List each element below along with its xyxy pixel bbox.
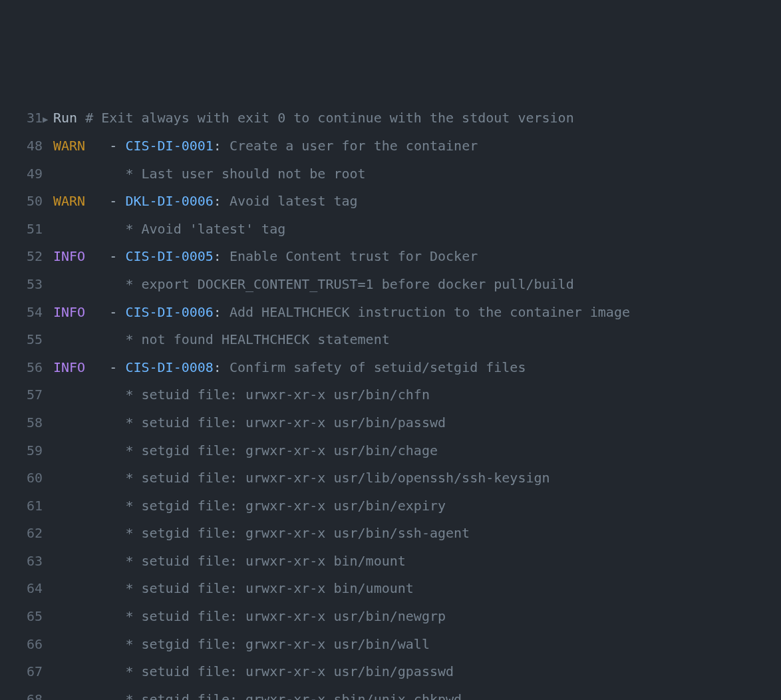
log-content: * setgid file: grwxr-xr-x usr/bin/wall	[53, 631, 781, 658]
line-number: 66	[0, 631, 43, 658]
colon: :	[214, 248, 230, 264]
gutter-spacer	[43, 633, 53, 659]
log-content: * not found HEALTHCHECK statement	[53, 327, 781, 353]
line-number: 57	[0, 382, 43, 409]
finding-message: Avoid latest tag	[230, 193, 358, 209]
severity-warn: WARN	[53, 138, 85, 154]
spacer	[53, 636, 125, 652]
log-line: 62 * setgid file: grwxr-xr-x usr/bin/ssh…	[0, 520, 781, 548]
detail-text: setgid file: grwxr-xr-x usr/bin/chage	[141, 442, 438, 458]
spacer	[85, 138, 109, 154]
line-number: 62	[0, 520, 43, 547]
log-content: * setgid file: grwxr-xr-x usr/bin/expiry	[53, 493, 781, 520]
log-output: 31▶Run # Exit always with exit 0 to cont…	[0, 105, 781, 700]
log-content: * export DOCKER_CONTENT_TRUST=1 before d…	[53, 271, 781, 298]
gutter-spacer	[43, 411, 53, 438]
detail-text: setuid file: urwxr-xr-x bin/umount	[141, 580, 413, 596]
log-content: INFO - CIS-DI-0005: Enable Content trust…	[53, 244, 781, 270]
log-line: 53 * export DOCKER_CONTENT_TRUST=1 befor…	[0, 271, 781, 299]
log-content: * setgid file: grwxr-xr-x usr/bin/chage	[53, 438, 781, 464]
detail-text: setuid file: urwxr-xr-x usr/bin/chfn	[141, 387, 429, 403]
fold-arrow-icon[interactable]: ▶	[43, 106, 53, 133]
detail-text: setuid file: urwxr-xr-x usr/bin/gpasswd	[141, 663, 454, 679]
log-line: 56 INFO - CIS-DI-0008: Confirm safety of…	[0, 355, 781, 383]
gutter-spacer	[43, 439, 53, 466]
line-number: 63	[0, 548, 43, 575]
log-content: * setuid file: urwxr-xr-x usr/bin/gpassw…	[53, 659, 781, 685]
run-comment: # Exit always with exit 0 to continue wi…	[85, 110, 574, 126]
line-number: 61	[0, 493, 43, 520]
finding-message: Enable Content trust for Docker	[230, 248, 478, 264]
log-line: 63 * setuid file: urwxr-xr-x bin/mount	[0, 548, 781, 576]
gutter-spacer	[43, 466, 53, 493]
log-line: 59 * setgid file: grwxr-xr-x usr/bin/cha…	[0, 438, 781, 466]
bullet-icon: *	[125, 663, 141, 679]
gutter-spacer	[43, 494, 53, 521]
rule-id: CIS-DI-0006	[125, 304, 213, 320]
spacer	[53, 166, 125, 182]
gutter-spacer	[43, 134, 53, 161]
log-line: 57 * setuid file: urwxr-xr-x usr/bin/chf…	[0, 382, 781, 410]
bullet-icon: *	[125, 580, 141, 596]
log-content: Run # Exit always with exit 0 to continu…	[53, 105, 781, 132]
dash-icon: -	[109, 193, 125, 209]
colon: :	[214, 138, 230, 154]
log-content: * setuid file: urwxr-xr-x usr/bin/newgrp	[53, 604, 781, 630]
rule-id: CIS-DI-0001	[125, 138, 213, 154]
severity-warn: WARN	[53, 193, 85, 209]
line-number: 59	[0, 438, 43, 464]
line-number: 60	[0, 465, 43, 492]
gutter-spacer	[43, 383, 53, 410]
log-line: 48 WARN - CIS-DI-0001: Create a user for…	[0, 133, 781, 161]
detail-text: setgid file: grwxr-xr-x usr/bin/ssh-agen…	[141, 525, 470, 541]
rule-id: CIS-DI-0008	[125, 359, 213, 375]
severity-info: INFO	[53, 304, 85, 320]
gutter-spacer	[43, 218, 53, 244]
line-number: 68	[0, 687, 43, 700]
detail-text: setgid file: grwxr-xr-x usr/bin/expiry	[141, 498, 446, 514]
log-content: WARN - CIS-DI-0001: Create a user for th…	[53, 133, 781, 160]
log-line: 49 * Last user should not be root	[0, 161, 781, 189]
spacer	[53, 387, 125, 403]
bullet-icon: *	[125, 636, 141, 652]
spacer	[53, 608, 125, 624]
gutter-spacer	[43, 605, 53, 631]
bullet-icon: *	[125, 470, 141, 486]
gutter-spacer	[43, 356, 53, 383]
finding-message: Create a user for the container	[230, 138, 478, 154]
line-number: 67	[0, 659, 43, 685]
gutter-spacer	[43, 328, 53, 355]
line-number: 55	[0, 327, 43, 353]
log-line: 68 * setgid file: grwxr-xr-x sbin/unix_c…	[0, 687, 781, 700]
detail-text: setgid file: grwxr-xr-x usr/bin/wall	[141, 636, 429, 652]
severity-info: INFO	[53, 359, 85, 375]
dash-icon: -	[109, 359, 125, 375]
spacer	[53, 442, 125, 458]
bullet-icon: *	[125, 608, 141, 624]
gutter-spacer	[43, 273, 53, 299]
bullet-icon: *	[125, 276, 141, 292]
line-number: 65	[0, 604, 43, 630]
spacer	[53, 663, 125, 679]
spacer	[53, 331, 125, 347]
log-line: 50 WARN - DKL-DI-0006: Avoid latest tag	[0, 188, 781, 216]
log-content: * Avoid 'latest' tag	[53, 216, 781, 243]
gutter-spacer	[43, 245, 53, 271]
log-content: INFO - CIS-DI-0008: Confirm safety of se…	[53, 355, 781, 381]
spacer	[53, 276, 125, 292]
gutter-spacer	[43, 660, 53, 687]
log-content: * setuid file: urwxr-xr-x usr/bin/chfn	[53, 382, 781, 409]
spacer	[53, 525, 125, 541]
bullet-icon: *	[125, 525, 141, 541]
spacer	[53, 415, 125, 431]
log-line: 54 INFO - CIS-DI-0006: Add HEALTHCHECK i…	[0, 299, 781, 327]
detail-text: setuid file: urwxr-xr-x usr/bin/passwd	[141, 415, 446, 431]
detail-text: setuid file: urwxr-xr-x bin/mount	[141, 553, 405, 569]
dash-icon: -	[109, 304, 125, 320]
line-number: 56	[0, 355, 43, 381]
bullet-icon: *	[125, 387, 141, 403]
detail-text: setgid file: grwxr-xr-x sbin/unix_chkpwd	[141, 691, 462, 700]
log-content: * Last user should not be root	[53, 161, 781, 188]
dash-icon: -	[109, 138, 125, 154]
detail-text: Last user should not be root	[141, 166, 365, 182]
